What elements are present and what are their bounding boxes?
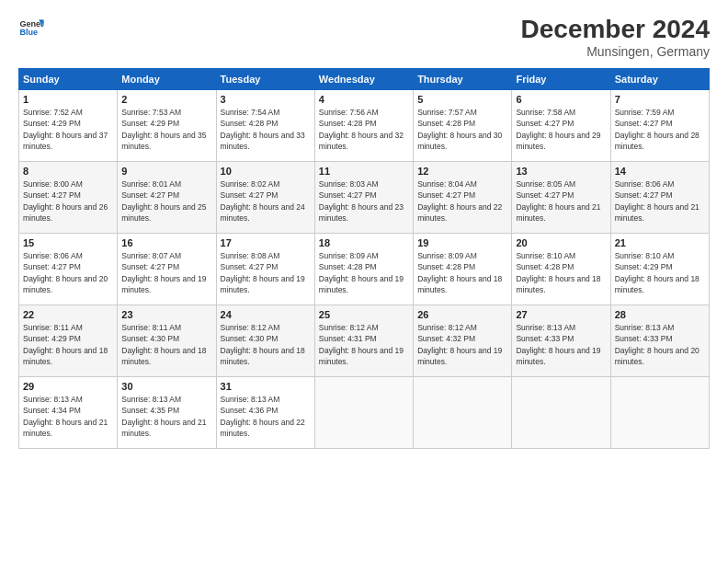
calendar-cell bbox=[512, 377, 610, 449]
day-info: Sunrise: 7:57 AMSunset: 4:28 PMDaylight:… bbox=[417, 107, 507, 152]
calendar-cell: 1 Sunrise: 7:52 AMSunset: 4:29 PMDayligh… bbox=[19, 90, 118, 162]
calendar-cell: 22 Sunrise: 8:11 AMSunset: 4:29 PMDaylig… bbox=[19, 305, 118, 377]
logo-icon: General Blue bbox=[18, 15, 44, 40]
day-number: 3 bbox=[221, 94, 311, 105]
day-info: Sunrise: 7:56 AMSunset: 4:28 PMDaylight:… bbox=[319, 107, 409, 152]
calendar-cell: 3 Sunrise: 7:54 AMSunset: 4:28 PMDayligh… bbox=[216, 90, 314, 162]
day-info: Sunrise: 8:09 AMSunset: 4:28 PMDaylight:… bbox=[417, 250, 507, 295]
day-number: 9 bbox=[121, 166, 211, 177]
day-info: Sunrise: 8:08 AMSunset: 4:27 PMDaylight:… bbox=[221, 250, 311, 295]
day-info: Sunrise: 8:13 AMSunset: 4:33 PMDaylight:… bbox=[615, 322, 705, 367]
day-number: 18 bbox=[319, 237, 409, 248]
calendar-cell: 15 Sunrise: 8:06 AMSunset: 4:27 PMDaylig… bbox=[19, 234, 118, 305]
day-number: 10 bbox=[221, 166, 311, 177]
day-info: Sunrise: 8:12 AMSunset: 4:31 PMDaylight:… bbox=[319, 322, 409, 367]
day-info: Sunrise: 8:03 AMSunset: 4:27 PMDaylight:… bbox=[319, 178, 409, 224]
day-number: 21 bbox=[615, 237, 705, 248]
day-info: Sunrise: 8:11 AMSunset: 4:29 PMDaylight:… bbox=[23, 322, 113, 367]
col-friday: Friday bbox=[512, 69, 610, 90]
day-info: Sunrise: 8:13 AMSunset: 4:33 PMDaylight:… bbox=[516, 322, 606, 367]
day-number: 19 bbox=[417, 237, 507, 248]
day-info: Sunrise: 8:06 AMSunset: 4:27 PMDaylight:… bbox=[615, 178, 705, 224]
day-number: 27 bbox=[516, 309, 606, 320]
day-info: Sunrise: 8:09 AMSunset: 4:28 PMDaylight:… bbox=[319, 250, 409, 295]
col-tuesday: Tuesday bbox=[216, 69, 314, 90]
calendar-cell: 14 Sunrise: 8:06 AMSunset: 4:27 PMDaylig… bbox=[610, 162, 709, 234]
col-thursday: Thursday bbox=[414, 69, 512, 90]
day-info: Sunrise: 8:13 AMSunset: 4:35 PMDaylight:… bbox=[121, 394, 211, 439]
svg-text:Blue: Blue bbox=[19, 28, 38, 37]
day-info: Sunrise: 8:04 AMSunset: 4:27 PMDaylight:… bbox=[417, 178, 507, 224]
calendar-cell: 19 Sunrise: 8:09 AMSunset: 4:28 PMDaylig… bbox=[414, 234, 512, 305]
day-number: 7 bbox=[615, 94, 705, 105]
col-wednesday: Wednesday bbox=[314, 69, 413, 90]
day-number: 29 bbox=[23, 381, 113, 392]
calendar-cell: 18 Sunrise: 8:09 AMSunset: 4:28 PMDaylig… bbox=[314, 234, 413, 305]
calendar-cell: 28 Sunrise: 8:13 AMSunset: 4:33 PMDaylig… bbox=[610, 305, 709, 377]
calendar-week-5: 29 Sunrise: 8:13 AMSunset: 4:34 PMDaylig… bbox=[19, 377, 710, 449]
calendar-week-3: 15 Sunrise: 8:06 AMSunset: 4:27 PMDaylig… bbox=[19, 234, 710, 305]
calendar-cell: 23 Sunrise: 8:11 AMSunset: 4:30 PMDaylig… bbox=[118, 305, 216, 377]
day-number: 1 bbox=[23, 94, 113, 105]
calendar-cell: 4 Sunrise: 7:56 AMSunset: 4:28 PMDayligh… bbox=[314, 90, 413, 162]
calendar-cell: 16 Sunrise: 8:07 AMSunset: 4:27 PMDaylig… bbox=[118, 234, 216, 305]
calendar-cell bbox=[610, 377, 709, 449]
day-number: 22 bbox=[23, 309, 113, 320]
title-block: December 2024 Munsingen, Germany bbox=[521, 15, 710, 59]
day-info: Sunrise: 8:12 AMSunset: 4:30 PMDaylight:… bbox=[221, 322, 311, 367]
calendar-cell: 7 Sunrise: 7:59 AMSunset: 4:27 PMDayligh… bbox=[610, 90, 709, 162]
day-info: Sunrise: 8:01 AMSunset: 4:27 PMDaylight:… bbox=[121, 178, 211, 224]
calendar-cell: 5 Sunrise: 7:57 AMSunset: 4:28 PMDayligh… bbox=[414, 90, 512, 162]
day-number: 8 bbox=[23, 166, 113, 177]
day-number: 20 bbox=[516, 237, 606, 248]
calendar-cell: 24 Sunrise: 8:12 AMSunset: 4:30 PMDaylig… bbox=[216, 305, 314, 377]
day-info: Sunrise: 8:02 AMSunset: 4:27 PMDaylight:… bbox=[221, 178, 311, 224]
calendar-cell: 20 Sunrise: 8:10 AMSunset: 4:28 PMDaylig… bbox=[512, 234, 610, 305]
calendar-cell: 10 Sunrise: 8:02 AMSunset: 4:27 PMDaylig… bbox=[216, 162, 314, 234]
calendar-cell: 27 Sunrise: 8:13 AMSunset: 4:33 PMDaylig… bbox=[512, 305, 610, 377]
day-number: 24 bbox=[221, 309, 311, 320]
calendar-cell: 25 Sunrise: 8:12 AMSunset: 4:31 PMDaylig… bbox=[314, 305, 413, 377]
calendar-week-4: 22 Sunrise: 8:11 AMSunset: 4:29 PMDaylig… bbox=[19, 305, 710, 377]
day-number: 17 bbox=[221, 237, 311, 248]
day-number: 31 bbox=[221, 381, 311, 392]
calendar-cell bbox=[414, 377, 512, 449]
day-info: Sunrise: 8:10 AMSunset: 4:29 PMDaylight:… bbox=[615, 250, 705, 295]
day-number: 26 bbox=[417, 309, 507, 320]
day-info: Sunrise: 8:07 AMSunset: 4:27 PMDaylight:… bbox=[121, 250, 211, 295]
calendar-cell: 11 Sunrise: 8:03 AMSunset: 4:27 PMDaylig… bbox=[314, 162, 413, 234]
day-number: 28 bbox=[615, 309, 705, 320]
calendar-week-1: 1 Sunrise: 7:52 AMSunset: 4:29 PMDayligh… bbox=[19, 90, 710, 162]
day-number: 12 bbox=[417, 166, 507, 177]
day-info: Sunrise: 7:58 AMSunset: 4:27 PMDaylight:… bbox=[516, 107, 606, 152]
calendar-cell: 26 Sunrise: 8:12 AMSunset: 4:32 PMDaylig… bbox=[414, 305, 512, 377]
day-info: Sunrise: 7:59 AMSunset: 4:27 PMDaylight:… bbox=[615, 107, 705, 152]
day-number: 23 bbox=[121, 309, 211, 320]
day-info: Sunrise: 7:54 AMSunset: 4:28 PMDaylight:… bbox=[221, 107, 311, 152]
col-sunday: Sunday bbox=[19, 69, 118, 90]
day-info: Sunrise: 8:10 AMSunset: 4:28 PMDaylight:… bbox=[516, 250, 606, 295]
location-title: Munsingen, Germany bbox=[521, 44, 710, 59]
calendar-cell: 30 Sunrise: 8:13 AMSunset: 4:35 PMDaylig… bbox=[118, 377, 216, 449]
day-info: Sunrise: 8:11 AMSunset: 4:30 PMDaylight:… bbox=[121, 322, 211, 367]
day-number: 14 bbox=[615, 166, 705, 177]
day-number: 16 bbox=[121, 237, 211, 248]
day-number: 15 bbox=[23, 237, 113, 248]
day-info: Sunrise: 8:12 AMSunset: 4:32 PMDaylight:… bbox=[417, 322, 507, 367]
calendar-cell: 29 Sunrise: 8:13 AMSunset: 4:34 PMDaylig… bbox=[19, 377, 118, 449]
day-info: Sunrise: 8:05 AMSunset: 4:27 PMDaylight:… bbox=[516, 178, 606, 224]
day-number: 30 bbox=[121, 381, 211, 392]
calendar-cell: 12 Sunrise: 8:04 AMSunset: 4:27 PMDaylig… bbox=[414, 162, 512, 234]
calendar-header-row: Sunday Monday Tuesday Wednesday Thursday… bbox=[19, 69, 710, 90]
calendar-cell: 9 Sunrise: 8:01 AMSunset: 4:27 PMDayligh… bbox=[118, 162, 216, 234]
day-number: 2 bbox=[121, 94, 211, 105]
day-info: Sunrise: 8:00 AMSunset: 4:27 PMDaylight:… bbox=[23, 178, 113, 224]
calendar-cell bbox=[314, 377, 413, 449]
day-info: Sunrise: 8:13 AMSunset: 4:34 PMDaylight:… bbox=[23, 394, 113, 439]
day-info: Sunrise: 7:53 AMSunset: 4:29 PMDaylight:… bbox=[121, 107, 211, 152]
calendar-cell: 13 Sunrise: 8:05 AMSunset: 4:27 PMDaylig… bbox=[512, 162, 610, 234]
day-number: 6 bbox=[516, 94, 606, 105]
calendar-week-2: 8 Sunrise: 8:00 AMSunset: 4:27 PMDayligh… bbox=[19, 162, 710, 234]
col-saturday: Saturday bbox=[610, 69, 709, 90]
header: General Blue December 2024 Munsingen, Ge… bbox=[18, 15, 710, 59]
